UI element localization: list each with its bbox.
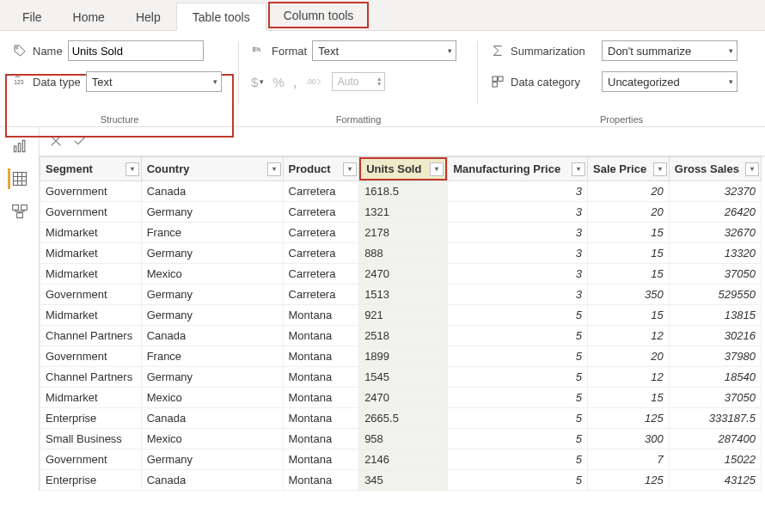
cell-gross: 18540 bbox=[669, 367, 761, 388]
table-row[interactable]: Small BusinessMexicoMontana9585300287400 bbox=[40, 429, 762, 449]
summarization-label: Summarization bbox=[511, 45, 597, 58]
filter-icon[interactable]: ▾ bbox=[430, 162, 444, 176]
tab-column-tools[interactable]: Column tools bbox=[268, 2, 370, 28]
sigma-icon bbox=[490, 43, 505, 58]
cell-product: Montana bbox=[283, 346, 359, 367]
cell-country: Canada bbox=[141, 470, 283, 491]
datatype-select[interactable]: Text ▾ bbox=[86, 71, 222, 92]
decimal-places-spinner[interactable]: Auto ▲▼ bbox=[332, 72, 385, 91]
table-row[interactable]: GovernmentCanadaCarretera1618.532032370 bbox=[40, 181, 762, 202]
filter-icon[interactable]: ▾ bbox=[745, 162, 759, 176]
table-row[interactable]: MidmarketMexicoCarretera247031537050 bbox=[40, 264, 762, 284]
cell-mfg: 5 bbox=[448, 388, 588, 408]
cell-country: Mexico bbox=[141, 264, 283, 284]
table-row[interactable]: MidmarketGermanyMontana92151513815 bbox=[40, 305, 762, 326]
tab-file[interactable]: File bbox=[7, 3, 58, 30]
decimal-button[interactable]: .00 bbox=[306, 75, 323, 89]
datatype-value: Text bbox=[92, 76, 113, 89]
table-row[interactable]: MidmarketFranceCarretera217831532670 bbox=[40, 223, 762, 243]
cell-country: France bbox=[141, 346, 283, 367]
table-row[interactable]: GovernmentGermanyMontana21465715022 bbox=[40, 449, 762, 470]
cancel-icon[interactable] bbox=[48, 133, 65, 150]
datatype-label: Data type bbox=[33, 76, 81, 89]
tab-help[interactable]: Help bbox=[120, 3, 176, 30]
filter-icon[interactable]: ▾ bbox=[125, 162, 139, 176]
svg-rect-5 bbox=[499, 76, 503, 81]
cell-mfg: 5 bbox=[448, 367, 588, 388]
cell-mfg: 5 bbox=[448, 305, 588, 326]
thousands-button[interactable]: , bbox=[293, 73, 297, 91]
cell-product: Carretera bbox=[283, 202, 359, 223]
filter-icon[interactable]: ▾ bbox=[267, 162, 281, 176]
table-row[interactable]: Channel PartnersGermanyMontana1545512185… bbox=[40, 367, 762, 388]
tab-home[interactable]: Home bbox=[58, 3, 120, 30]
chevron-down-icon: ▾ bbox=[729, 77, 733, 86]
cell-product: Montana bbox=[283, 326, 359, 346]
cell-segment: Midmarket bbox=[40, 305, 142, 326]
filter-icon[interactable]: ▾ bbox=[653, 162, 667, 176]
cell-product: Montana bbox=[283, 449, 359, 470]
spinner-arrows-icon: ▲▼ bbox=[376, 76, 382, 87]
cell-sale: 350 bbox=[587, 284, 669, 305]
svg-rect-8 bbox=[18, 144, 21, 152]
cell-sale: 20 bbox=[587, 346, 669, 367]
cell-segment: Midmarket bbox=[40, 223, 142, 243]
percent-button[interactable]: % bbox=[272, 75, 284, 89]
currency-button[interactable]: $▾ bbox=[251, 75, 264, 89]
cell-product: Carretera bbox=[283, 243, 359, 264]
cell-product: Carretera bbox=[283, 284, 359, 305]
data-view-icon[interactable] bbox=[8, 168, 28, 189]
cell-gross: 13815 bbox=[669, 305, 761, 326]
format-icon: $% bbox=[251, 43, 266, 58]
cell-product: Montana bbox=[283, 305, 359, 326]
cell-gross: 333187.5 bbox=[669, 408, 761, 429]
report-view-icon[interactable] bbox=[9, 136, 30, 156]
data-category-label: Data category bbox=[511, 76, 597, 89]
table-row[interactable]: Channel PartnersCanadaMontana25185123021… bbox=[40, 326, 762, 346]
format-select[interactable]: Text ▾ bbox=[312, 40, 456, 61]
table-row[interactable]: MidmarketMexicoMontana247051537050 bbox=[40, 388, 762, 408]
cell-product: Carretera bbox=[283, 223, 359, 243]
table-row[interactable]: GovernmentGermanyCarretera132132026420 bbox=[40, 202, 762, 223]
cell-sale: 7 bbox=[587, 449, 669, 470]
cell-mfg: 5 bbox=[448, 408, 588, 429]
formula-input[interactable] bbox=[96, 132, 765, 151]
tab-table-tools[interactable]: Table tools bbox=[176, 3, 266, 31]
table-row[interactable]: GovernmentGermanyCarretera15133350529550 bbox=[40, 284, 762, 305]
chevron-down-icon: ▾ bbox=[213, 77, 217, 86]
cell-segment: Government bbox=[40, 181, 142, 202]
group-label-structure: Structure bbox=[12, 111, 227, 125]
cell-units: 2146 bbox=[359, 449, 448, 470]
cell-segment: Channel Partners bbox=[40, 367, 142, 388]
chevron-down-icon: ▾ bbox=[729, 46, 733, 55]
table-row[interactable]: GovernmentFranceMontana189952037980 bbox=[40, 346, 762, 367]
col-header-segment[interactable]: Segment▾ bbox=[40, 157, 142, 181]
cell-units: 2470 bbox=[359, 388, 448, 408]
col-header-mfg[interactable]: Manufacturing Price▾ bbox=[448, 157, 588, 181]
formula-bar bbox=[40, 127, 765, 156]
header-row: Segment▾ Country▾ Product▾ Units Sold▾ M… bbox=[40, 157, 762, 181]
cell-units: 1618.5 bbox=[359, 181, 448, 202]
svg-point-0 bbox=[16, 47, 18, 49]
col-header-units[interactable]: Units Sold▾ bbox=[359, 157, 448, 181]
data-category-select[interactable]: Uncategorized ▾ bbox=[602, 71, 737, 92]
table-row[interactable]: MidmarketGermanyCarretera88831513320 bbox=[40, 243, 762, 264]
table-row[interactable]: EnterpriseCanadaMontana345512543125 bbox=[40, 470, 762, 491]
model-view-icon[interactable] bbox=[9, 201, 30, 222]
cell-country: Canada bbox=[141, 181, 283, 202]
col-header-sale[interactable]: Sale Price▾ bbox=[587, 157, 669, 181]
filter-icon[interactable]: ▾ bbox=[343, 162, 357, 176]
cell-mfg: 3 bbox=[448, 243, 588, 264]
name-input[interactable] bbox=[68, 40, 204, 61]
filter-icon[interactable]: ▾ bbox=[572, 162, 585, 176]
summarization-select[interactable]: Don't summarize ▾ bbox=[602, 40, 737, 61]
commit-icon[interactable] bbox=[72, 133, 89, 150]
cell-units: 2665.5 bbox=[359, 408, 448, 429]
cell-country: Germany bbox=[141, 284, 283, 305]
col-header-country[interactable]: Country▾ bbox=[141, 157, 283, 181]
cell-mfg: 5 bbox=[448, 449, 588, 470]
col-header-product[interactable]: Product▾ bbox=[283, 157, 359, 181]
col-header-gross[interactable]: Gross Sales▾ bbox=[669, 157, 761, 181]
table-row[interactable]: EnterpriseCanadaMontana2665.55125333187.… bbox=[40, 408, 762, 429]
cell-sale: 12 bbox=[587, 326, 669, 346]
